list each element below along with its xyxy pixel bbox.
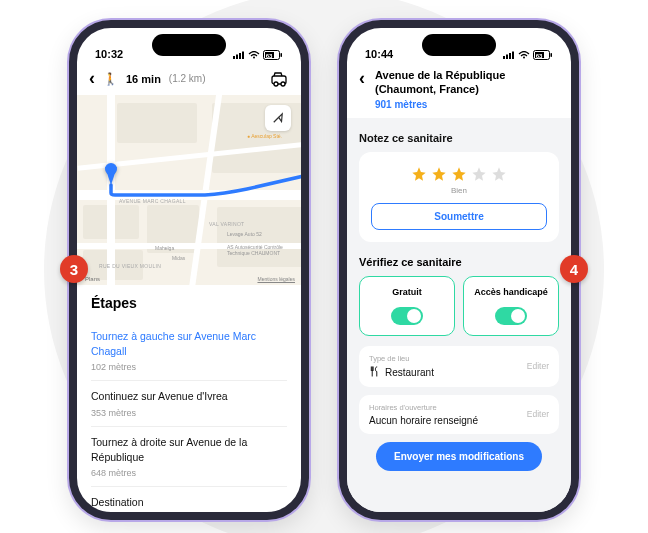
svg-point-10 bbox=[274, 82, 278, 86]
step-item[interactable]: Tournez à gauche sur Avenue Marc Chagall… bbox=[91, 321, 287, 381]
restaurant-icon bbox=[369, 366, 380, 379]
walk-icon: 🚶 bbox=[103, 72, 118, 86]
street-label: VAL VARINOT bbox=[209, 221, 244, 227]
svg-rect-0 bbox=[233, 56, 235, 59]
svg-rect-2 bbox=[239, 53, 241, 59]
svg-rect-12 bbox=[503, 56, 505, 59]
svg-rect-13 bbox=[506, 55, 508, 60]
edit-link[interactable]: Editer bbox=[527, 409, 549, 419]
star-icon[interactable] bbox=[451, 166, 467, 182]
svg-rect-7 bbox=[281, 53, 283, 57]
toggle-free[interactable]: Gratuit bbox=[359, 276, 455, 336]
status-time: 10:44 bbox=[365, 48, 393, 60]
notch bbox=[422, 34, 496, 56]
map[interactable]: AVENUE MARC CHAGALL VAL VARINOT RUE DU V… bbox=[77, 95, 301, 285]
locate-button[interactable] bbox=[265, 105, 291, 131]
step-badge-4: 4 bbox=[560, 255, 588, 283]
svg-rect-1 bbox=[236, 55, 238, 60]
legal-link[interactable]: Mentions légales bbox=[257, 276, 295, 282]
svg-text:63: 63 bbox=[536, 53, 543, 59]
status-time: 10:32 bbox=[95, 48, 123, 60]
rate-label: Bien bbox=[371, 186, 547, 195]
street-label: AVENUE MARC CHAGALL bbox=[119, 198, 186, 204]
place-distance: 901 mètres bbox=[375, 99, 559, 110]
notch bbox=[152, 34, 226, 56]
verify-section-title: Vérifiez ce sanitaire bbox=[359, 256, 559, 268]
directions-header: ‹ 🚶 16 min (1.2 km) bbox=[77, 62, 301, 95]
svg-point-4 bbox=[253, 57, 255, 59]
place-type-card: Type de lieu Restaurant Editer bbox=[359, 346, 559, 387]
step-item[interactable]: Tournez à droite sur Avenue de la Républ… bbox=[91, 427, 287, 487]
rate-card: Bien Soumettre bbox=[359, 152, 559, 242]
star-icon[interactable] bbox=[471, 166, 487, 182]
distance: (1.2 km) bbox=[169, 73, 206, 84]
rate-section-title: Notez ce sanitaire bbox=[359, 132, 559, 144]
phone-rating: 10:44 63 ‹ Avenue de la République (Chau… bbox=[339, 20, 579, 520]
hours-card: Horaires d'ouverture Aucun horaire rense… bbox=[359, 395, 559, 434]
phone-directions: 10:32 63 ‹ 🚶 16 min (1.2 km) bbox=[69, 20, 309, 520]
place-header: ‹ Avenue de la République (Chaumont, Fra… bbox=[347, 62, 571, 118]
duration: 16 min bbox=[126, 73, 161, 85]
back-icon[interactable]: ‹ bbox=[89, 68, 95, 89]
steps-panel: Étapes Tournez à gauche sur Avenue Marc … bbox=[77, 285, 301, 520]
star-icon[interactable] bbox=[491, 166, 507, 182]
svg-rect-3 bbox=[242, 52, 244, 60]
svg-rect-19 bbox=[551, 53, 553, 57]
status-indicators: 63 bbox=[233, 50, 283, 60]
send-modifications-button[interactable]: Envoyer mes modifications bbox=[376, 442, 542, 471]
step-item[interactable]: Destination 80 mètres bbox=[91, 487, 287, 520]
svg-point-11 bbox=[281, 82, 285, 86]
switch-on-icon[interactable] bbox=[495, 307, 527, 325]
street-label: RUE DU VIEUX MOULIN bbox=[99, 263, 161, 269]
status-indicators: 63 bbox=[503, 50, 553, 60]
report-icon[interactable] bbox=[271, 71, 289, 87]
step-item[interactable]: Continuez sur Avenue d'Ivrea 353 mètres bbox=[91, 381, 287, 427]
submit-rating-button[interactable]: Soumettre bbox=[371, 203, 547, 230]
map-pin-icon bbox=[105, 167, 117, 185]
svg-text:63: 63 bbox=[266, 53, 273, 59]
step-badge-3: 3 bbox=[60, 255, 88, 283]
svg-point-16 bbox=[523, 57, 525, 59]
back-icon[interactable]: ‹ bbox=[359, 68, 365, 110]
svg-rect-15 bbox=[512, 52, 514, 60]
place-title: Avenue de la République (Chaumont, Franc… bbox=[375, 68, 559, 97]
switch-on-icon[interactable] bbox=[391, 307, 423, 325]
svg-rect-14 bbox=[509, 53, 511, 59]
toggle-accessible[interactable]: Accès handicapé bbox=[463, 276, 559, 336]
steps-title: Étapes bbox=[91, 295, 287, 311]
star-icon[interactable] bbox=[411, 166, 427, 182]
star-rating[interactable] bbox=[371, 166, 547, 182]
star-icon[interactable] bbox=[431, 166, 447, 182]
edit-link[interactable]: Editer bbox=[527, 361, 549, 371]
